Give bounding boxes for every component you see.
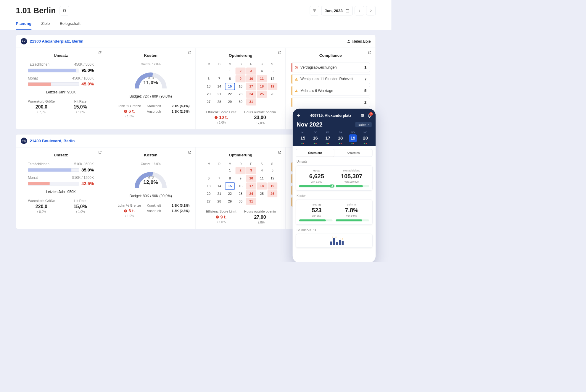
calendar-day[interactable]: 24 — [246, 190, 256, 197]
calendar-day[interactable]: 29 — [225, 98, 235, 106]
expand-button[interactable] — [188, 150, 191, 154]
phone-month[interactable]: Nov 2022 — [297, 121, 323, 128]
calendar-day[interactable]: 17 — [246, 182, 256, 189]
calendar-day[interactable]: 24 — [246, 91, 256, 98]
calendar-day[interactable]: 2 — [236, 67, 246, 74]
segment-shifts[interactable]: Schichten — [334, 149, 372, 157]
calendar-day[interactable]: 7 — [214, 75, 224, 82]
location-name[interactable]: 21400 Boulevard, Berlin — [30, 139, 75, 143]
calendar-day[interactable]: 15 — [225, 182, 235, 189]
compliance-row[interactable]: Weniger als 11 Stunden Ruhezeit7 — [291, 74, 370, 84]
calendar-day[interactable]: 13 — [204, 182, 214, 189]
calendar-day[interactable]: 26 — [268, 91, 278, 98]
date-picker[interactable]: Jun, 2023 — [321, 6, 352, 15]
calendar-day[interactable]: 28 — [214, 198, 224, 205]
expand-button[interactable] — [368, 51, 371, 54]
sort-button[interactable] — [310, 6, 319, 15]
calendar-day[interactable]: 22 — [225, 91, 235, 98]
compliance-row[interactable]: Vertragsabweichungen1 — [291, 63, 370, 72]
calendar-day[interactable]: 16 — [236, 182, 246, 189]
calendar-day[interactable] — [268, 98, 278, 106]
calendar-day[interactable]: 30 — [236, 198, 246, 205]
phone-notif-button[interactable]: 7 — [367, 113, 372, 118]
segment-overview[interactable]: Übersicht — [296, 149, 334, 157]
calendar-day[interactable]: 8 — [225, 175, 235, 182]
phone-day[interactable]: MO20 — [359, 131, 372, 144]
phone-day[interactable]: FR17 — [322, 131, 334, 144]
calendar-day[interactable]: 9 — [236, 75, 246, 82]
calendar-day[interactable]: 4 — [257, 67, 267, 74]
calendar-day[interactable]: 30 — [236, 98, 246, 106]
prev-button[interactable] — [355, 6, 364, 15]
calendar-day[interactable]: 6 — [204, 175, 214, 182]
calendar-day[interactable] — [268, 198, 278, 205]
calendar-day[interactable]: 16 — [236, 83, 246, 90]
expand-button[interactable] — [98, 51, 102, 54]
calendar-day[interactable]: 5 — [268, 67, 278, 74]
calendar-day[interactable]: 14 — [214, 182, 224, 189]
calendar-day[interactable]: 28 — [214, 98, 224, 106]
calendar-day[interactable]: 19 — [268, 182, 278, 189]
phone-filter-button[interactable] — [360, 114, 364, 117]
calendar-day[interactable]: 29 — [225, 198, 235, 205]
tab-ziele[interactable]: Ziele — [41, 21, 50, 30]
calendar-day[interactable]: 14 — [214, 83, 224, 90]
next-button[interactable] — [366, 6, 376, 15]
phone-day[interactable]: SO19 — [347, 131, 359, 144]
calendar-day[interactable] — [204, 167, 214, 174]
calendar-day[interactable]: 23 — [236, 190, 246, 197]
expand-button[interactable] — [278, 150, 281, 154]
calendar-day[interactable]: 10 — [246, 175, 256, 182]
calendar-day[interactable] — [214, 67, 224, 74]
calendar-day[interactable]: 1 — [225, 67, 235, 74]
calendar-day[interactable]: 3 — [246, 67, 256, 74]
calendar-day[interactable]: 6 — [204, 75, 214, 82]
calendar-day[interactable] — [257, 198, 267, 205]
calendar-day[interactable]: 12 — [268, 75, 278, 82]
calendar-day[interactable]: 27 — [204, 98, 214, 106]
calendar-day[interactable]: 23 — [236, 91, 246, 98]
phone-day[interactable]: DO16 — [309, 131, 321, 144]
calendar-day[interactable]: 20 — [204, 91, 214, 98]
calendar-day[interactable]: 18 — [257, 182, 267, 189]
calendar-day[interactable]: 18 — [257, 83, 267, 90]
compliance-row[interactable]: Mehr als 6 Werktage5 — [291, 86, 370, 96]
calendar-day[interactable]: 27 — [204, 198, 214, 205]
tab-belegschaft[interactable]: Belegschaft — [60, 21, 81, 30]
calendar-day[interactable] — [204, 67, 214, 74]
phone-back-button[interactable] — [297, 113, 301, 118]
calendar-day[interactable]: 15 — [225, 83, 235, 90]
calendar-day[interactable]: 21 — [214, 91, 224, 98]
phone-day[interactable]: SA18 — [334, 131, 347, 144]
calendar-day[interactable]: 21 — [214, 190, 224, 197]
compliance-row[interactable]: 2 — [291, 98, 370, 107]
calendar-day[interactable]: 25 — [257, 91, 267, 98]
calendar-day[interactable]: 5 — [268, 167, 278, 174]
calendar-day[interactable]: 2 — [236, 167, 246, 174]
calendar-day[interactable]: 10 — [246, 75, 256, 82]
calendar-day[interactable]: 17 — [246, 83, 256, 90]
calendar-day[interactable]: 8 — [225, 75, 235, 82]
education-icon-button[interactable] — [60, 6, 69, 15]
calendar-day[interactable]: 4 — [257, 167, 267, 174]
calendar-day[interactable]: 11 — [257, 175, 267, 182]
calendar-day[interactable]: 25 — [257, 190, 267, 197]
phone-view-toggle[interactable]: Täglich — [355, 122, 372, 127]
calendar-day[interactable]: 1 — [225, 167, 235, 174]
calendar-day[interactable]: 31 — [246, 198, 256, 205]
calendar-day[interactable] — [214, 167, 224, 174]
calendar-day[interactable]: 12 — [268, 175, 278, 182]
calendar-day[interactable]: 13 — [204, 83, 214, 90]
expand-button[interactable] — [98, 150, 102, 154]
calendar-day[interactable]: 7 — [214, 175, 224, 182]
calendar-day[interactable]: 11 — [257, 75, 267, 82]
calendar-day[interactable]: 19 — [268, 83, 278, 90]
location-name[interactable]: 21300 Alexanderplatz, Berlin — [30, 39, 83, 43]
calendar-day[interactable] — [257, 98, 267, 106]
tab-planung[interactable]: Planung — [16, 21, 31, 30]
calendar-day[interactable]: 31 — [246, 98, 256, 106]
calendar-day[interactable]: 26 — [268, 190, 278, 197]
calendar-day[interactable]: 9 — [236, 175, 246, 182]
phone-day[interactable]: MI15 — [297, 131, 309, 144]
user-link[interactable]: Helen Boje — [347, 39, 371, 43]
